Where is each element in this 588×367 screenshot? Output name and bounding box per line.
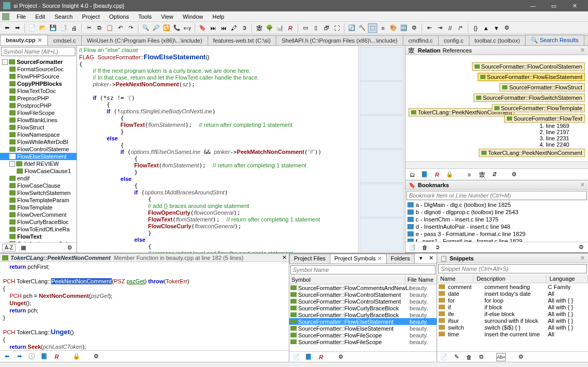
snip-copy-icon[interactable]: ⧉: [477, 353, 486, 361]
file-tab[interactable]: cmdsel.c: [47, 35, 81, 45]
snippets-close-icon[interactable]: ✕: [580, 255, 585, 261]
snip-gear-icon[interactable]: ⚙: [516, 353, 526, 361]
code-editor[interactable]: // Flow an "else" clause FLAG SourceForm…: [77, 46, 358, 253]
bracket-match-icon[interactable]: {}: [471, 23, 480, 33]
menu-options[interactable]: Options: [105, 12, 133, 21]
tree-node[interactable]: -SourceFormatter: [0, 58, 76, 65]
snippets-list[interactable]: commentcomment headingC Familydateinsert…: [437, 283, 588, 351]
tree-node[interactable]: FormatSourceDoc: [0, 65, 76, 73]
menu-window[interactable]: Window: [178, 12, 207, 21]
undo-icon[interactable]: ↶: [116, 23, 125, 33]
snippet-search-input[interactable]: [438, 264, 587, 273]
tree-node[interactable]: FlowBlankLines: [0, 116, 76, 124]
relation-node[interactable]: SourceFormatter::FlowText: [504, 114, 585, 123]
expand-all-icon[interactable]: ▦: [19, 244, 28, 252]
rel-book-icon[interactable]: 📘: [420, 171, 429, 179]
rel-list-icon[interactable]: ≡: [465, 171, 474, 179]
file-tab[interactable]: features-web.txt (C:\si): [208, 35, 277, 45]
relation-hscroll[interactable]: [405, 161, 588, 168]
bookmark-search-input[interactable]: [406, 191, 587, 200]
snip-new-icon[interactable]: 📄: [439, 353, 449, 361]
code-overview[interactable]: [358, 46, 405, 253]
relation-node[interactable]: SourceFormatter::FlowControlStatemen: [472, 62, 585, 71]
relation-node[interactable]: SourceFormatter::FlowTemplate: [492, 104, 585, 112]
tree-node[interactable]: FlowTextToDoc: [0, 87, 76, 95]
rel-lock-icon[interactable]: 🔒: [445, 171, 454, 179]
save-all-icon[interactable]: 📑: [59, 23, 68, 33]
col-snippet-desc[interactable]: Description: [474, 274, 546, 283]
rel-tree-icon[interactable]: ⇵: [490, 171, 499, 179]
bookmarks-list[interactable]: a - DlgMain - dlg.c (toolbox) line 1825b…: [405, 201, 588, 242]
menu-edit[interactable]: Edit: [31, 12, 49, 21]
tree-node[interactable]: endif: [0, 175, 76, 182]
rel-graph-icon[interactable]: 🕸: [477, 171, 487, 179]
snippet-row[interactable]: switchswitch ($i$) { }All with { }: [437, 324, 588, 331]
rel-refresh-icon[interactable]: 🗂: [407, 171, 417, 179]
relation-graph[interactable]: TokerCLang::PeekNextNonComment SourceFor…: [405, 55, 588, 168]
bm-add-icon[interactable]: 📑: [407, 243, 417, 252]
relation-node[interactable]: SourceFormatter::FlowSwitchStatemen: [474, 94, 585, 102]
tree-node[interactable]: FlowCurlyBraceBloc: [0, 218, 76, 226]
symbol-row[interactable]: SourceFormatter::FlowControlStatementbea…: [289, 291, 437, 298]
tree-node[interactable]: FlowText: [0, 233, 76, 240]
tree-node[interactable]: FlowElseStatement: [0, 153, 76, 160]
file-tab[interactable]: toolbar.h (toolbox): [584, 35, 588, 45]
symbol-row[interactable]: SourceFormatter::FlowFileScopebeauty.: [289, 332, 437, 338]
indent-left-icon[interactable]: ⇤: [425, 23, 434, 33]
snip-edit-icon[interactable]: ✎: [452, 353, 461, 361]
col-snippet-lang[interactable]: Language: [546, 274, 588, 283]
symbol-row[interactable]: SourceFormatter::FlowControlStatementbea…: [289, 298, 437, 305]
snippet-row[interactable]: timeinsert the current timeAll: [437, 331, 588, 337]
cascade-icon[interactable]: 🗗: [322, 23, 331, 33]
relation-node[interactable]: SourceFormatter::FlowElseStatement: [478, 73, 585, 81]
paste-icon[interactable]: 📋: [105, 23, 114, 33]
fullscreen-icon[interactable]: ⛶: [332, 23, 341, 33]
snippet-row[interactable]: ifif blockAll with { }: [437, 304, 588, 310]
bm-gear-icon[interactable]: ⚙: [577, 243, 586, 252]
ctx-lock-icon[interactable]: 🔒: [72, 352, 81, 361]
snippet-row[interactable]: dateinsert today's dateAll: [437, 290, 588, 297]
tree-node[interactable]: FlowSwitchStatemen: [0, 189, 76, 196]
bookmark-item[interactable]: d - InsertInAutoPair - insert.c line 948: [405, 223, 588, 230]
tree-node[interactable]: FlowStruct: [0, 124, 76, 131]
col-symbol[interactable]: Symbol: [289, 276, 405, 284]
snippet-row[interactable]: commentcomment headingC Family: [437, 283, 588, 290]
ctx-fwd-icon[interactable]: ➡: [15, 352, 24, 361]
ps-r-icon[interactable]: R: [316, 353, 326, 361]
relation-icon[interactable]: 🕸: [254, 23, 264, 33]
menu-help[interactable]: Help: [208, 12, 228, 21]
new-file-icon[interactable]: 📄: [28, 23, 37, 33]
tree-node[interactable]: PostprocPHP: [0, 102, 76, 109]
relation-close-icon[interactable]: ✕: [580, 47, 585, 54]
tree-node[interactable]: FlowToEndOfLineRa: [0, 226, 76, 233]
menu-search[interactable]: Search: [50, 12, 77, 21]
bookmark-prev-icon[interactable]: ⏮: [219, 23, 228, 33]
print-icon[interactable]: 🖨: [69, 23, 79, 33]
replace-icon[interactable]: 🔁: [162, 23, 171, 33]
project-symbols-list[interactable]: SourceFormatter::FlowCommentsAndNewLineb…: [289, 284, 437, 351]
tree-node[interactable]: FlowOverComment: [0, 211, 76, 218]
tab-project-symbols[interactable]: Project Symbols✕: [330, 254, 387, 264]
tree-node[interactable]: FlowTemplateParam: [0, 196, 76, 204]
sync-icon[interactable]: 🔄: [347, 23, 356, 33]
ctx-back-icon[interactable]: ⬅: [2, 352, 11, 361]
project-symbol-search-input[interactable]: [290, 265, 436, 274]
ctx-gear-icon[interactable]: ⚙: [92, 352, 101, 361]
tree-node[interactable]: FlowWhileAfterDoBl: [0, 138, 76, 146]
list-icon[interactable]: ≡: [378, 23, 388, 33]
font-icon[interactable]: 🔤: [399, 23, 408, 33]
snippet-row[interactable]: forfor loopAll with { }: [437, 297, 588, 304]
color-icon[interactable]: 🎨: [389, 23, 398, 33]
bookmark-item[interactable]: b - dlgnoti - dlgprop.c (toolbox) line 2…: [405, 208, 588, 216]
ps-gear-icon[interactable]: ⚙: [336, 353, 346, 361]
symbol-row[interactable]: SourceFormatter::FlowCurlyBraceBlockbeau…: [289, 305, 437, 311]
bookmark-item[interactable]: f - pass1 - FormatLine - format.c line 1…: [405, 238, 588, 242]
bm-del-icon[interactable]: 🗑: [420, 243, 429, 252]
symbol-search-input[interactable]: [1, 47, 75, 56]
comment-icon[interactable]: //: [445, 23, 455, 33]
bookmark-next-icon[interactable]: ⏭: [208, 23, 218, 33]
gear-icon[interactable]: ⚙: [502, 23, 512, 33]
file-tab[interactable]: toolbar.c (toolbox): [469, 35, 526, 45]
col-filename[interactable]: File Name: [405, 276, 437, 284]
uncomment-icon[interactable]: /*: [456, 23, 465, 33]
